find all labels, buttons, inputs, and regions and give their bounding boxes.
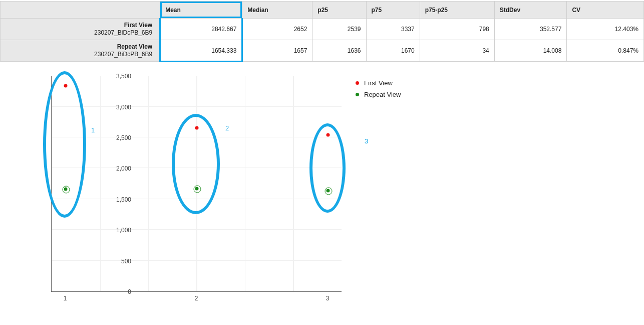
cell-value: 3337	[366, 19, 420, 40]
annotation-label: 2	[225, 124, 229, 132]
col-p75[interactable]: p75	[366, 2, 420, 19]
col-mean[interactable]: Mean	[160, 2, 242, 19]
cell-value: 14.008	[494, 40, 567, 62]
cell-value: 2652	[242, 19, 312, 40]
col-cv[interactable]: CV	[567, 2, 644, 19]
annotation-ellipse	[43, 71, 86, 218]
col-median[interactable]: Median	[242, 2, 312, 19]
x-tick: 2	[195, 295, 198, 302]
cell-value: 34	[420, 40, 494, 62]
legend-dot-icon	[356, 81, 359, 85]
x-tick: 3	[326, 295, 330, 302]
cell-value: 1654.333	[160, 40, 242, 62]
x-tick: 1	[64, 295, 67, 302]
y-tick: 3,000	[106, 104, 131, 111]
row-label-sub: 230207_BiDcPB_6B9	[94, 29, 152, 36]
legend-item[interactable]: Repeat View	[356, 91, 401, 98]
cell-value: 352.577	[494, 19, 567, 40]
y-tick: 1,500	[106, 196, 131, 203]
row-label-sub: 230207_BiDcPB_6B9	[94, 51, 152, 58]
row-label: First View 230207_BiDcPB_6B9	[1, 19, 160, 40]
cell-value: 798	[420, 19, 494, 40]
stats-label-col-header	[1, 2, 160, 19]
legend-label: First View	[364, 79, 393, 87]
cell-value: 1670	[366, 40, 420, 62]
cell-value: 12.403%	[567, 19, 644, 40]
col-p25[interactable]: p25	[312, 2, 366, 19]
annotation-ellipse	[172, 114, 220, 214]
legend-label: Repeat View	[364, 91, 401, 98]
col-stddev[interactable]: StdDev	[494, 2, 567, 19]
y-tick: 2,000	[106, 165, 131, 172]
scatter-chart: 0 500 1,000 1,500 2,000 2,500 3,000 3,50…	[15, 69, 426, 310]
table-row: Repeat View 230207_BiDcPB_6B9 1654.333 1…	[1, 40, 644, 62]
row-label-title: Repeat View	[117, 43, 152, 50]
cell-value: 0.847%	[567, 40, 644, 62]
y-tick: 3,500	[106, 73, 131, 80]
col-p75-p25[interactable]: p75-p25	[420, 2, 494, 19]
legend-dot-icon	[356, 93, 359, 96]
row-label-title: First View	[124, 22, 152, 29]
annotation-ellipse	[309, 123, 346, 213]
y-tick: 2,500	[106, 134, 131, 141]
y-tick: 0	[106, 288, 131, 295]
cell-value: 2539	[312, 19, 366, 40]
y-tick: 500	[106, 258, 131, 265]
stats-header: Mean Median p25 p75 p75-p25 StdDev CV	[1, 2, 644, 19]
cell-value: 1657	[242, 40, 312, 62]
annotation-label: 3	[365, 137, 368, 145]
chart-legend: First View Repeat View	[356, 79, 401, 102]
table-row: First View 230207_BiDcPB_6B9 2842.667 26…	[1, 19, 644, 40]
stats-table: Mean Median p25 p75 p75-p25 StdDev CV Fi…	[0, 1, 644, 62]
legend-item[interactable]: First View	[356, 79, 401, 87]
annotation-label: 1	[91, 126, 95, 134]
cell-value: 2842.667	[160, 19, 242, 40]
row-label: Repeat View 230207_BiDcPB_6B9	[1, 40, 160, 62]
cell-value: 1636	[312, 40, 366, 62]
y-tick: 1,000	[106, 227, 131, 234]
